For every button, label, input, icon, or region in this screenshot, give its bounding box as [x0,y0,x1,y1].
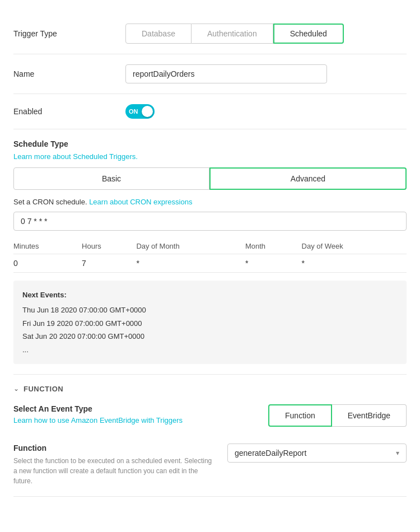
event-btn-eventbridge[interactable]: EventBridge [332,404,407,427]
event-type-row: Select An Event Type Learn how to use Am… [13,404,407,427]
function-title: Function [13,444,216,452]
event-type-buttons: Function EventBridge [268,404,407,427]
event-btn-function[interactable]: Function [268,404,332,427]
cron-hours: 7 [82,254,136,273]
function-section: ⌄ FUNCTION Select An Event Type Learn ho… [13,375,407,497]
cron-input[interactable] [13,212,407,231]
cron-minutes: 0 [13,254,82,273]
next-event-1: Thu Jun 18 2020 07:00:00 GMT+0000 [22,304,398,316]
trigger-btn-scheduled[interactable]: Scheduled [273,24,344,44]
col-minutes: Minutes [13,239,82,254]
enabled-label: Enabled [13,107,125,116]
col-month: Month [245,239,302,254]
cron-day-of-week: * [302,254,407,273]
cron-description: Set a CRON schedule. Learn about CRON ex… [13,198,407,206]
function-left: Function Select the function to be execu… [13,444,216,486]
function-select[interactable]: generateDailyReport ▾ [227,444,407,463]
cron-learn-link[interactable]: Learn about CRON expressions [89,198,192,206]
schedule-learn-link[interactable]: Learn more about Scheduled Triggers. [13,152,138,161]
schedule-section: Schedule Type Learn more about Scheduled… [13,129,407,375]
trigger-type-row: Trigger Type Database Authentication Sch… [13,13,407,54]
dropdown-arrow-icon: ▾ [396,449,399,457]
cron-day-of-month: * [136,254,245,273]
toggle-container: ON [125,104,407,119]
trigger-type-label: Trigger Type [13,29,125,38]
trigger-btn-authentication[interactable]: Authentication [192,24,273,44]
next-event-3: Sat Jun 20 2020 07:00:00 GMT+0000 [22,330,398,343]
schedule-type-buttons: Basic Advanced [13,167,407,190]
cron-month: * [245,254,302,273]
enabled-content: ON [125,104,407,119]
schedule-title: Schedule Type [13,139,407,148]
name-label: Name [13,69,125,78]
function-section-title: FUNCTION [24,385,63,393]
trigger-btn-database[interactable]: Database [125,24,192,44]
trigger-type-buttons: Database Authentication Scheduled [125,24,407,44]
next-event-ellipsis: ... [22,343,398,356]
col-day-of-month: Day of Month [136,239,245,254]
name-row: Name [13,54,407,94]
event-type-left: Select An Event Type Learn how to use Am… [13,404,257,424]
schedule-btn-advanced[interactable]: Advanced [209,167,407,190]
schedule-btn-basic[interactable]: Basic [13,167,209,190]
cron-table: Minutes Hours Day of Month Month Day of … [13,239,407,273]
next-events-title: Next Events: [22,288,398,301]
name-input[interactable] [125,64,327,83]
function-header[interactable]: ⌄ FUNCTION [13,385,407,393]
col-hours: Hours [82,239,136,254]
function-select-value: generateDailyReport [235,449,396,458]
next-event-2: Fri Jun 19 2020 07:00:00 GMT+0000 [22,317,398,330]
cron-table-row: 0 7 * * * [13,254,407,273]
col-day-of-week: Day of Week [302,239,407,254]
function-row: Function Select the function to be execu… [13,438,407,486]
name-content [125,64,407,83]
chevron-down-icon: ⌄ [13,385,19,393]
function-desc: Select the function to be executed on a … [13,456,216,486]
toggle-knob [142,106,153,117]
enabled-toggle[interactable]: ON [125,104,155,119]
toggle-label: ON [129,108,138,115]
next-events: Next Events: Thu Jun 18 2020 07:00:00 GM… [13,281,407,364]
event-type-title: Select An Event Type [13,404,257,413]
eventbridge-learn-link[interactable]: Learn how to use Amazon EventBridge with… [13,416,183,424]
cron-table-header: Minutes Hours Day of Month Month Day of … [13,239,407,254]
trigger-type-content: Database Authentication Scheduled [125,24,407,44]
enabled-row: Enabled ON [13,94,407,129]
